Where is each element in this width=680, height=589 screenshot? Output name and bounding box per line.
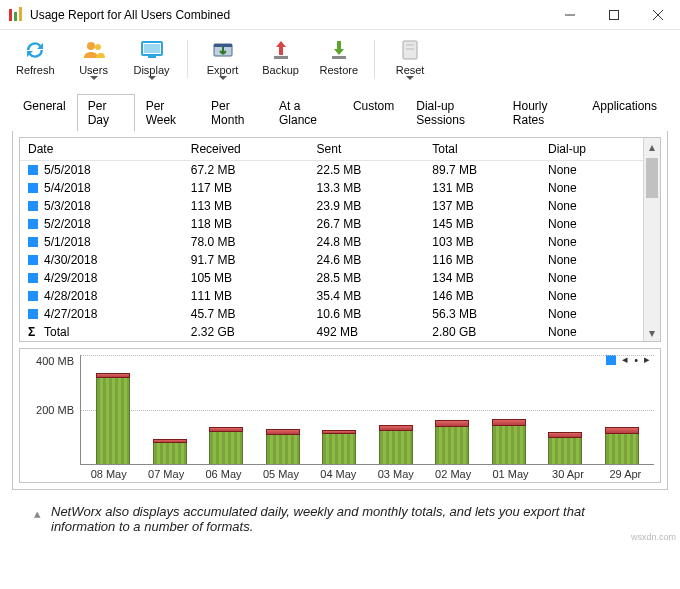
users-button[interactable]: Users	[69, 36, 119, 82]
total-row[interactable]: Total2.32 GB492 MB2.80 GBNone	[20, 323, 643, 341]
svg-rect-15	[214, 44, 232, 47]
table-row[interactable]: 5/5/201867.2 MB22.5 MB89.7 MBNone	[20, 161, 643, 180]
tab-custom[interactable]: Custom	[342, 94, 405, 131]
chart-bar	[605, 433, 639, 464]
svg-rect-2	[19, 7, 22, 21]
table-row[interactable]: 4/29/2018105 MB28.5 MB134 MBNone	[20, 269, 643, 287]
chart-xaxis: 08 May07 May06 May05 May04 May03 May02 M…	[80, 465, 654, 480]
svg-rect-4	[610, 10, 619, 19]
data-grid[interactable]: DateReceivedSentTotalDial-up 5/5/201867.…	[19, 137, 661, 342]
table-row[interactable]: 5/4/2018117 MB13.3 MB131 MBNone	[20, 179, 643, 197]
chart-yaxis: 400 MB 200 MB	[26, 355, 80, 465]
backup-icon	[269, 38, 293, 62]
chart-bar	[96, 377, 130, 464]
tab-per-week[interactable]: Per Week	[135, 94, 200, 131]
tab-applications[interactable]: Applications	[581, 94, 668, 131]
chart-bar	[266, 434, 300, 464]
chart-bar	[435, 426, 469, 464]
reset-icon	[398, 38, 422, 62]
column-header[interactable]: Sent	[309, 138, 425, 161]
maximize-button[interactable]	[592, 0, 636, 29]
tab-panel: DateReceivedSentTotalDial-up 5/5/201867.…	[12, 130, 668, 490]
restore-icon	[327, 38, 351, 62]
scroll-thumb[interactable]	[646, 158, 658, 198]
vertical-scrollbar[interactable]: ▴ ▾	[643, 138, 660, 341]
svg-rect-11	[144, 44, 160, 53]
chevron-down-icon	[406, 76, 414, 80]
watermark: wsxdn.com	[631, 532, 676, 542]
caption-marker-icon: ▴	[34, 504, 41, 534]
close-button[interactable]	[636, 0, 680, 29]
table-row[interactable]: 4/27/201845.7 MB10.6 MB56.3 MBNone	[20, 305, 643, 323]
svg-rect-12	[148, 56, 156, 58]
chevron-down-icon	[219, 76, 227, 80]
caption: ▴ NetWorx also displays accumulated dail…	[0, 498, 680, 544]
export-icon	[211, 38, 235, 62]
tab-dial-up-sessions[interactable]: Dial-up Sessions	[405, 94, 502, 131]
tab-at-a-glance[interactable]: At a Glance	[268, 94, 342, 131]
svg-rect-1	[14, 12, 17, 21]
minimize-button[interactable]	[548, 0, 592, 29]
chart-xlabel: 08 May	[80, 468, 137, 480]
tabstrip: GeneralPer DayPer WeekPer MonthAt a Glan…	[12, 93, 668, 130]
tab-general[interactable]: General	[12, 94, 77, 131]
tab-per-day[interactable]: Per Day	[77, 94, 135, 131]
display-button[interactable]: Display	[127, 36, 177, 82]
restore-button[interactable]: Restore	[314, 36, 365, 82]
svg-rect-0	[9, 9, 12, 21]
app-icon	[8, 7, 24, 23]
svg-marker-13	[148, 76, 156, 80]
chart-bar	[322, 433, 356, 464]
chart-xlabel: 02 May	[424, 468, 481, 480]
scroll-up-icon[interactable]: ▴	[644, 138, 660, 155]
table-row[interactable]: 4/28/2018111 MB35.4 MB146 MBNone	[20, 287, 643, 305]
titlebar: Usage Report for All Users Combined	[0, 0, 680, 30]
chevron-down-icon	[90, 76, 98, 80]
reset-button[interactable]: Reset	[385, 36, 435, 82]
table-row[interactable]: 4/30/201891.7 MB24.6 MB116 MBNone	[20, 251, 643, 269]
toolbar-separator	[187, 40, 188, 78]
chart-bar	[492, 425, 526, 465]
usage-chart: ◂ • ▸ 400 MB 200 MB 08 May07 May06 May05…	[19, 348, 661, 483]
display-icon	[140, 38, 164, 62]
svg-marker-22	[406, 76, 414, 80]
caption-text: NetWorx also displays accumulated daily,…	[51, 504, 650, 534]
svg-rect-18	[332, 56, 346, 59]
svg-point-7	[87, 42, 95, 50]
window-title: Usage Report for All Users Combined	[30, 8, 548, 22]
svg-rect-17	[274, 56, 288, 59]
chevron-down-icon	[148, 76, 156, 80]
chart-xlabel: 29 Apr	[597, 468, 654, 480]
scroll-down-icon[interactable]: ▾	[644, 324, 660, 341]
column-header[interactable]: Total	[424, 138, 540, 161]
svg-marker-9	[90, 76, 98, 80]
table-row[interactable]: 5/1/201878.0 MB24.8 MB103 MBNone	[20, 233, 643, 251]
chart-xlabel: 07 May	[137, 468, 194, 480]
chart-xlabel: 03 May	[367, 468, 424, 480]
table-row[interactable]: 5/2/2018118 MB26.7 MB145 MBNone	[20, 215, 643, 233]
chart-xlabel: 01 May	[482, 468, 539, 480]
users-icon	[82, 38, 106, 62]
chart-bar	[209, 431, 243, 464]
chart-xlabel: 06 May	[195, 468, 252, 480]
refresh-icon	[23, 38, 47, 62]
refresh-button[interactable]: Refresh	[10, 36, 61, 82]
toolbar-separator	[374, 40, 375, 78]
column-header[interactable]: Received	[183, 138, 309, 161]
chart-xlabel: 30 Apr	[539, 468, 596, 480]
tab-per-month[interactable]: Per Month	[200, 94, 268, 131]
chart-plot	[80, 355, 654, 465]
chart-bar	[379, 430, 413, 464]
svg-rect-19	[403, 41, 417, 59]
export-button[interactable]: Export	[198, 36, 248, 82]
svg-point-8	[95, 44, 101, 50]
chart-xlabel: 04 May	[310, 468, 367, 480]
column-header[interactable]: Dial-up	[540, 138, 643, 161]
column-header[interactable]: Date	[20, 138, 183, 161]
backup-button[interactable]: Backup	[256, 36, 306, 82]
table-row[interactable]: 5/3/2018113 MB23.9 MB137 MBNone	[20, 197, 643, 215]
tab-hourly-rates[interactable]: Hourly Rates	[502, 94, 581, 131]
toolbar: Refresh Users Display Export Backup Rest…	[0, 30, 680, 87]
chart-bar	[548, 437, 582, 464]
svg-marker-16	[219, 76, 227, 80]
